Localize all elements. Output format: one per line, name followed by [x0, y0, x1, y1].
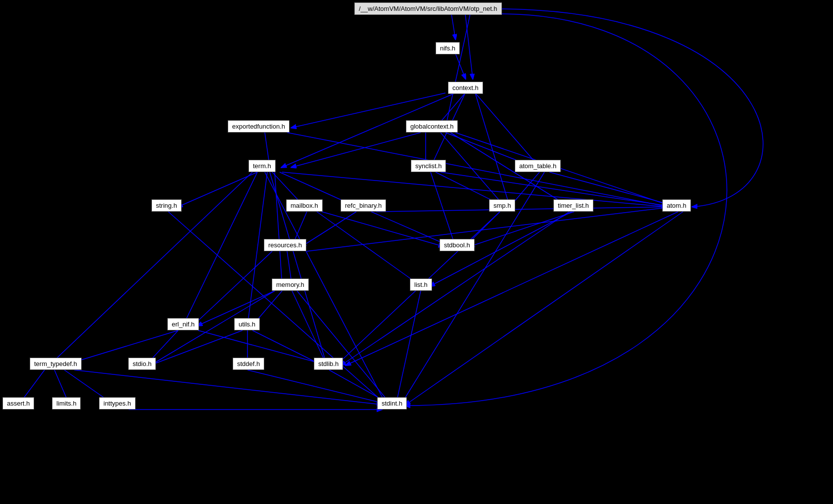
node-limits-label: limits.h: [56, 400, 76, 407]
node-list-label: list.h: [414, 281, 428, 288]
node-refc-binary-label: refc_binary.h: [345, 202, 382, 209]
node-stdlib-label: stdlib.h: [318, 360, 339, 367]
node-inttypes: inttypes.h: [99, 397, 136, 410]
node-timer-list: timer_list.h: [553, 199, 593, 212]
node-utils: utils.h: [234, 318, 260, 330]
node-stdio-label: stdio.h: [133, 360, 151, 367]
node-limits: limits.h: [52, 397, 81, 410]
node-erl-nif-label: erl_nif.h: [172, 321, 195, 328]
node-synclist-label: synclist.h: [415, 162, 441, 170]
dependency-graph-edges: [0, 0, 833, 504]
node-atom: atom.h: [662, 199, 691, 212]
node-erl-nif: erl_nif.h: [167, 318, 199, 330]
node-mailbox-label: mailbox.h: [291, 202, 318, 209]
node-resources: resources.h: [264, 239, 306, 251]
node-string-label: string.h: [156, 202, 177, 209]
node-otp-net: /__w/AtomVM/AtomVM/src/libAtomVM/otp_net…: [354, 2, 502, 15]
node-stdint-label: stdint.h: [382, 400, 402, 407]
node-stddef: stddef.h: [233, 358, 264, 370]
node-nifs-label: nifs.h: [440, 45, 455, 52]
node-smp: smp.h: [489, 199, 515, 212]
node-exportedfunction-label: exportedfunction.h: [232, 123, 285, 130]
node-term: term.h: [248, 160, 276, 172]
node-refc-binary: refc_binary.h: [341, 199, 386, 212]
node-atom-label: atom.h: [667, 202, 686, 209]
node-otp-net-label: /__w/AtomVM/AtomVM/src/libAtomVM/otp_net…: [359, 5, 497, 12]
node-nifs: nifs.h: [436, 42, 460, 54]
node-stdint: stdint.h: [377, 397, 407, 410]
node-stddef-label: stddef.h: [237, 360, 260, 367]
node-memory-label: memory.h: [276, 281, 304, 288]
node-atom-table: atom_table.h: [515, 160, 561, 172]
node-term-typedef-label: term_typedef.h: [34, 360, 77, 367]
node-exportedfunction: exportedfunction.h: [228, 120, 290, 133]
node-list: list.h: [410, 278, 432, 291]
node-utils-label: utils.h: [239, 321, 255, 328]
node-globalcontext-label: globalcontext.h: [410, 123, 453, 130]
node-stdlib: stdlib.h: [314, 358, 343, 370]
node-term-typedef: term_typedef.h: [30, 358, 82, 370]
node-inttypes-label: inttypes.h: [103, 400, 131, 407]
node-resources-label: resources.h: [268, 241, 302, 249]
node-assert: assert.h: [2, 397, 34, 410]
node-stdbool: stdbool.h: [440, 239, 475, 251]
node-mailbox: mailbox.h: [286, 199, 323, 212]
node-synclist: synclist.h: [411, 160, 446, 172]
node-atom-table-label: atom_table.h: [519, 162, 556, 170]
node-stdio: stdio.h: [128, 358, 156, 370]
node-globalcontext: globalcontext.h: [406, 120, 458, 133]
node-memory: memory.h: [272, 278, 309, 291]
node-smp-label: smp.h: [493, 202, 511, 209]
node-context: context.h: [448, 82, 483, 94]
node-stdbool-label: stdbool.h: [444, 241, 470, 249]
node-term-label: term.h: [253, 162, 271, 170]
node-timer-list-label: timer_list.h: [558, 202, 589, 209]
node-string: string.h: [151, 199, 182, 212]
node-assert-label: assert.h: [7, 400, 30, 407]
node-context-label: context.h: [452, 84, 479, 92]
